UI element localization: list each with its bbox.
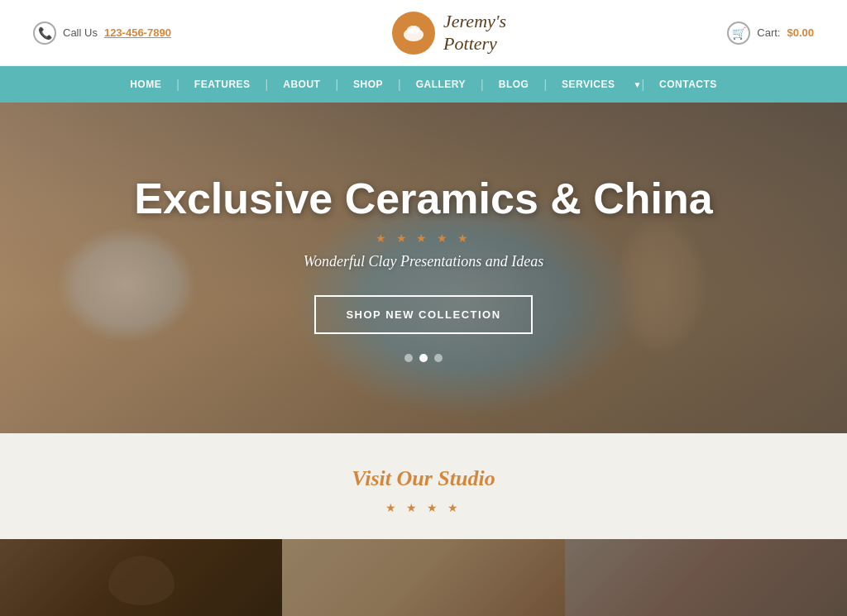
hero-dot-2[interactable] [419, 354, 428, 362]
nav-link-about[interactable]: ABOUT [268, 79, 335, 90]
hero-carousel-dots [404, 354, 443, 362]
nav-item-contacts[interactable]: CONTACTS [644, 79, 732, 90]
nav-item-blog[interactable]: BLOG [484, 79, 544, 90]
nav-item-about[interactable]: ABOUT [268, 79, 335, 90]
hero-dot-3[interactable] [434, 354, 443, 362]
card-blog[interactable]: Blog [565, 539, 847, 616]
nav-link-blog[interactable]: BLOG [484, 79, 544, 90]
nav-link-contacts[interactable]: CONTACTS [644, 79, 732, 90]
cart-icon[interactable]: 🛒 [727, 21, 750, 45]
nav-link-home[interactable]: HOME [115, 79, 176, 90]
card-classes-overlay: Classes [282, 539, 564, 616]
hero-stars: ★ ★ ★ ★ ★ [376, 232, 472, 245]
card-classes[interactable]: Classes [282, 539, 564, 616]
nav-link-services[interactable]: SERVICES [547, 79, 629, 90]
studio-section: Visit Our Studio ★ ★ ★ ★ Shop Classes Bl… [0, 433, 847, 616]
hero-content: Exclusive Ceramics & China ★ ★ ★ ★ ★ Won… [0, 103, 847, 433]
nav-list: HOME | FEATURES | ABOUT | SHOP | GALLERY… [115, 78, 732, 91]
cart-label: Cart: [757, 26, 780, 39]
card-shop[interactable]: Shop [0, 539, 282, 616]
hero-section: Exclusive Ceramics & China ★ ★ ★ ★ ★ Won… [0, 103, 847, 433]
nav-item-features[interactable]: FEATURES [179, 79, 266, 90]
nav-item-shop[interactable]: SHOP [338, 79, 398, 90]
hero-dot-1[interactable] [404, 354, 413, 362]
studio-title: Visit Our Studio [0, 466, 847, 491]
hero-subtitle: Wonderful Clay Presentations and Ideas [304, 253, 544, 270]
site-logo[interactable]: Jeremy's Pottery [392, 11, 506, 55]
header-cart: 🛒 Cart: $0.00 [727, 21, 814, 45]
header-contact: 📞 Call Us 123-456-7890 [33, 21, 171, 45]
site-header: 📞 Call Us 123-456-7890 Jeremy's Pottery … [0, 0, 847, 66]
phone-link[interactable]: 123-456-7890 [104, 26, 171, 39]
card-shop-overlay: Shop [0, 539, 282, 616]
nav-link-gallery[interactable]: GALLERY [401, 79, 481, 90]
nav-link-shop[interactable]: SHOP [338, 79, 398, 90]
call-label: Call Us [63, 26, 98, 39]
phone-icon: 📞 [33, 21, 56, 45]
cart-price: $0.00 [787, 26, 814, 39]
services-dropdown-arrow: ▼ [634, 80, 642, 89]
studio-stars: ★ ★ ★ ★ [0, 501, 847, 514]
card-blog-overlay: Blog [565, 539, 847, 616]
studio-cards: Shop Classes Blog [0, 539, 847, 616]
logo-icon [392, 12, 435, 55]
pottery-icon [400, 20, 427, 46]
logo-text: Jeremy's Pottery [443, 11, 506, 55]
svg-rect-2 [411, 26, 416, 28]
main-nav: HOME | FEATURES | ABOUT | SHOP | GALLERY… [0, 66, 847, 103]
nav-link-features[interactable]: FEATURES [179, 79, 266, 90]
nav-item-home[interactable]: HOME [115, 79, 176, 90]
nav-item-gallery[interactable]: GALLERY [401, 79, 481, 90]
shop-new-collection-button[interactable]: SHOP NEW COLLECTION [314, 295, 532, 334]
nav-item-services[interactable]: SERVICES ▼ [547, 79, 641, 90]
hero-title: Exclusive Ceramics & China [134, 174, 712, 223]
